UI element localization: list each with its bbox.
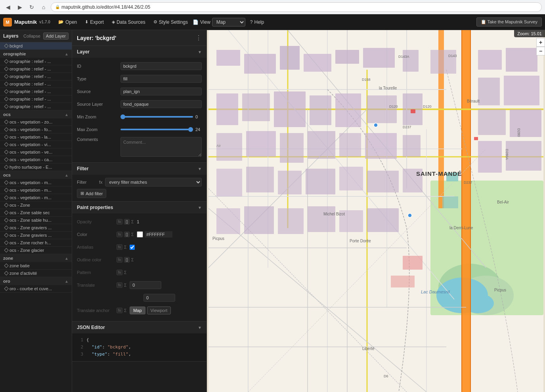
list-item[interactable]: orographie : relief - ...: [0, 95, 72, 103]
layer-section-header[interactable]: Layer ▼: [72, 46, 207, 58]
list-item[interactable]: ocs - Zone graviers ...: [0, 232, 72, 239]
view-select[interactable]: Map Split Inspector: [212, 18, 245, 27]
color-swatch[interactable]: [137, 231, 143, 238]
svg-rect-42: [216, 93, 238, 125]
layer-group-orographie[interactable]: orographie ▲: [0, 50, 72, 58]
list-item[interactable]: ocs - Zone: [0, 202, 72, 209]
antialias-checkbox[interactable]: [130, 245, 135, 250]
home-button[interactable]: ⌂: [39, 2, 48, 12]
svg-rect-35: [216, 50, 240, 66]
layer-group-zone[interactable]: zone ▲: [0, 254, 72, 262]
json-editor-section-header[interactable]: JSON Editor ▼: [72, 322, 207, 333]
anchor-map-button[interactable]: Map: [130, 306, 145, 314]
list-item[interactable]: ocs - Zone sable sec: [0, 209, 72, 217]
svg-text:D6: D6: [384, 374, 388, 378]
collapse-button[interactable]: Collapse: [22, 32, 42, 40]
list-item[interactable]: ocs - vegetation - m...: [0, 186, 72, 194]
opacity-label: Opacity: [77, 219, 117, 224]
filter-section-title: Filter: [77, 166, 88, 171]
list-item[interactable]: ocs - Zone sable hu...: [0, 217, 72, 224]
paint-section-header[interactable]: Paint properties ▼: [72, 202, 207, 213]
survey-button[interactable]: 📋 Take the Maputnik Survey: [476, 17, 542, 27]
filter-fx-button[interactable]: fx: [99, 180, 103, 185]
list-item[interactable]: hydro surfacique - E...: [0, 164, 72, 171]
delete-layer-button[interactable]: 🗑: [56, 44, 60, 48]
list-item[interactable]: ocs - Zone graviers ...: [0, 224, 72, 232]
list-item[interactable]: orographie : relief - ...: [0, 103, 72, 110]
pattern-sum-badge: Σ: [124, 270, 126, 275]
list-item[interactable]: ocs - vegetation - vi...: [0, 141, 72, 148]
antialias-row: Antialias fx Σ: [77, 242, 202, 252]
list-item[interactable]: ocs - vegetation - fo...: [0, 126, 72, 133]
layer-group-ocs[interactable]: ocs ▲: [0, 110, 72, 118]
layer-group-oro[interactable]: oro ▲: [0, 277, 72, 285]
svg-text:Bel-Air: Bel-Air: [497, 200, 509, 204]
svg-rect-54: [365, 133, 397, 159]
svg-text:Liberté: Liberté: [362, 346, 375, 351]
group-collapse-icon: ▲: [65, 279, 69, 284]
comments-textarea[interactable]: [120, 137, 202, 157]
id-value: bckgrd: [120, 62, 202, 70]
min-zoom-slider[interactable]: [120, 116, 193, 118]
style-settings-button[interactable]: ⚙ Style Settings: [150, 18, 191, 27]
max-zoom-slider[interactable]: [120, 129, 193, 130]
url-bar[interactable]: 🔒 maputnik.github.io/editor/#4.18/44.26/…: [51, 2, 542, 12]
layer-name: hydro surfacique - E...: [10, 165, 52, 169]
source-layer-label: Source Layer: [77, 102, 120, 107]
layer-group-ocs2[interactable]: ocs ▲: [0, 171, 72, 179]
list-item[interactable]: ocs - vegetation - la...: [0, 133, 72, 141]
min-zoom-row: Min Zoom 0: [77, 112, 202, 122]
export-icon: ⬇: [85, 19, 88, 25]
duplicate-layer-button[interactable]: ⧉: [61, 44, 64, 48]
list-item[interactable]: ocs - vegetation - m...: [0, 179, 72, 186]
list-item[interactable]: ocs - vegetation - ve...: [0, 148, 72, 156]
export-button[interactable]: ⬇ Export: [82, 18, 107, 27]
list-item[interactable]: orographie : relief - ...: [0, 65, 72, 73]
list-item[interactable]: zone d'activité: [0, 270, 72, 277]
source-row: Source plan_ign: [77, 86, 202, 97]
back-button[interactable]: ◀: [3, 2, 13, 12]
open-button[interactable]: 📂 Open: [55, 18, 80, 27]
list-item[interactable]: oro - courbe et cuve...: [0, 285, 72, 293]
list-item[interactable]: orographie : relief - ...: [0, 58, 72, 65]
map-area[interactable]: D143A D143 D158 D120 D120 D237 D280A D28…: [207, 30, 545, 392]
sidebar-item-bckgrd[interactable]: bckgrd 🗑 ⧉ 👁: [0, 42, 72, 50]
reload-button[interactable]: ↻: [27, 2, 36, 12]
translate-y-input[interactable]: [143, 294, 175, 302]
list-item[interactable]: ocs - vegetation - zo...: [0, 118, 72, 126]
add-layer-button[interactable]: Add Layer: [43, 32, 69, 40]
color-hex-input[interactable]: [145, 231, 172, 238]
style-settings-label: Style Settings: [159, 19, 188, 25]
panel-menu-button[interactable]: ⋮: [195, 34, 202, 42]
list-item[interactable]: ocs - vegetation - m...: [0, 194, 72, 202]
forward-button[interactable]: ▶: [15, 2, 25, 12]
list-item[interactable]: ocs - Zone glacier: [0, 247, 72, 254]
sidebar-content: bckgrd 🗑 ⧉ 👁 orographie ▲ orographie : r…: [0, 42, 72, 392]
translate-x-input[interactable]: [130, 281, 161, 289]
data-sources-button[interactable]: ◈ Data Sources: [109, 18, 149, 27]
filter-value-select[interactable]: every filter matches any filter matches …: [105, 178, 202, 186]
svg-rect-40: [363, 48, 395, 68]
help-button[interactable]: ? Help: [247, 18, 267, 27]
color-controls: fx [] Σ: [117, 232, 134, 237]
layer-name: ocs - Zone glacier: [10, 248, 44, 253]
filter-section-header[interactable]: Filter ▼: [72, 163, 207, 175]
svg-rect-70: [367, 171, 399, 192]
outline-color-label: Outline color: [77, 257, 117, 262]
list-item[interactable]: orographie : relief - ...: [0, 73, 72, 80]
pattern-controls: fx Σ: [117, 270, 126, 275]
add-filter-button[interactable]: ⊞ Add filter: [77, 189, 106, 198]
zoom-out-button[interactable]: −: [536, 47, 545, 55]
json-line-1: 1 {: [77, 337, 202, 344]
list-item[interactable]: zone batie: [0, 262, 72, 270]
toggle-visibility-button[interactable]: 👁: [65, 44, 69, 48]
list-item[interactable]: orographie : relief - ...: [0, 88, 72, 95]
svg-rect-60: [478, 109, 506, 135]
style-settings-icon: ⚙: [153, 19, 157, 25]
list-item[interactable]: ocs - vegetation - ca...: [0, 156, 72, 164]
list-item[interactable]: ocs - Zone rocher h...: [0, 239, 72, 247]
svg-rect-56: [478, 50, 502, 70]
anchor-viewport-button[interactable]: Viewport: [147, 306, 171, 314]
zoom-in-button[interactable]: +: [536, 38, 545, 47]
list-item[interactable]: orographie : relief - ...: [0, 80, 72, 88]
